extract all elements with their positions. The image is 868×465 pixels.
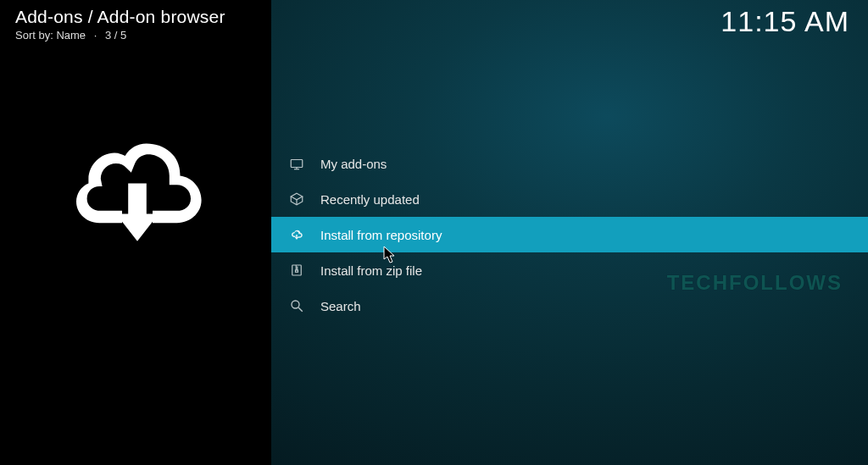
- sort-line: Sort by: Name · 3 / 5: [15, 29, 126, 42]
- cloud-download-icon: [285, 227, 309, 242]
- menu-item-label: Search: [320, 299, 361, 313]
- search-icon: [285, 298, 309, 313]
- svg-rect-6: [296, 270, 298, 272]
- box-icon: [285, 191, 309, 207]
- clock: 11:15 AM: [721, 5, 849, 38]
- zip-icon: [285, 263, 309, 278]
- menu-item-install-from-repository[interactable]: Install from repository: [271, 217, 868, 252]
- menu-item-label: Install from zip file: [320, 263, 422, 278]
- svg-rect-0: [291, 160, 303, 168]
- separator-dot: ·: [94, 29, 97, 42]
- svg-point-7: [292, 301, 299, 308]
- menu-item-label: My add-ons: [320, 157, 387, 171]
- menu-item-label: Recently updated: [320, 192, 420, 207]
- watermark: TECHFOLLOWS: [667, 271, 843, 295]
- sort-value: Name: [56, 29, 86, 42]
- addon-browser-menu: My add-ons Recently updated Install from…: [271, 146, 868, 324]
- cloud-download-large-icon: [61, 110, 214, 263]
- tv-icon: [285, 156, 309, 171]
- sort-prefix: Sort by:: [15, 29, 53, 42]
- list-position: 3 / 5: [105, 29, 126, 42]
- sidebar: Add-ons / Add-on browser Sort by: Name ·…: [0, 0, 271, 465]
- menu-item-my-addons[interactable]: My add-ons: [271, 146, 868, 181]
- menu-item-recently-updated[interactable]: Recently updated: [271, 181, 868, 217]
- breadcrumb: Add-ons / Add-on browser: [15, 7, 225, 27]
- menu-item-label: Install from repository: [320, 228, 442, 242]
- svg-line-8: [298, 307, 303, 312]
